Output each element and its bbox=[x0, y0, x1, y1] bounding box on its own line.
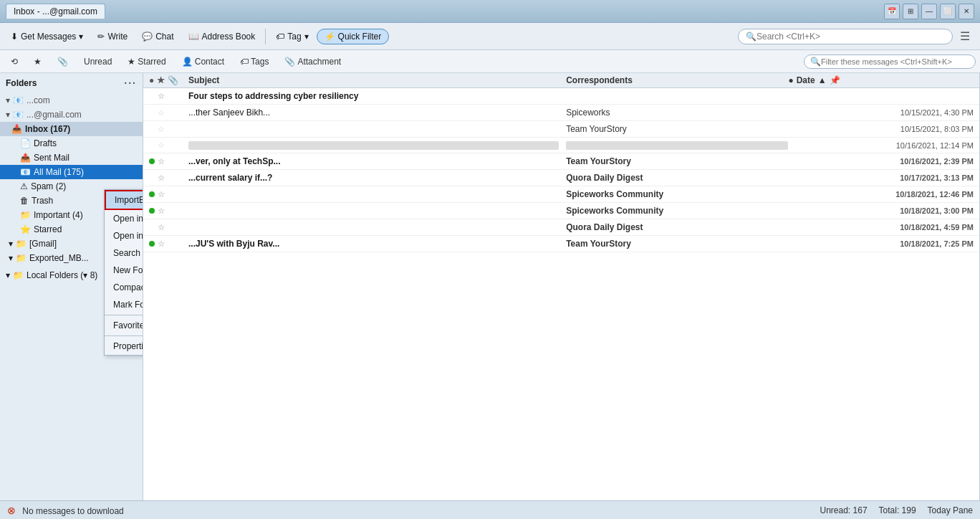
folder-sent[interactable]: 📤 Sent Mail bbox=[0, 151, 143, 165]
expand-icon-2: ▾ bbox=[9, 253, 13, 263]
message-date: 10/16/2021, 12:14 PM bbox=[788, 141, 974, 150]
star-indicator[interactable]: ☆ bbox=[158, 190, 165, 199]
account-row-1[interactable]: ▾ 📧 ...com bbox=[0, 93, 143, 108]
ctx-compact[interactable]: Compact bbox=[105, 279, 143, 296]
unread-filter-button[interactable]: Unread bbox=[77, 54, 118, 69]
table-row[interactable]: ☆ ...current salary if...? Quora Daily D… bbox=[143, 170, 979, 186]
menu-button[interactable]: ☰ bbox=[954, 27, 976, 46]
starred-filter-button[interactable]: ★ Starred bbox=[121, 54, 172, 69]
message-list-header: ● ★ 📎 Subject Correspondents ● Date ▲ 📌 bbox=[143, 73, 979, 88]
get-messages-button[interactable]: ⬇ Get Messages ▾ bbox=[4, 29, 90, 44]
star-indicator[interactable]: ☆ bbox=[158, 125, 165, 134]
star-indicator[interactable]: ☆ bbox=[158, 206, 165, 216]
tags-filter-button[interactable]: 🏷 Tags bbox=[234, 54, 275, 69]
ctx-new-folder[interactable]: New Folder... bbox=[105, 262, 143, 279]
table-row[interactable]: ☆ Spiceworks Community 10/18/2021, 12:46… bbox=[143, 186, 979, 203]
table-row[interactable]: ☆ Four steps to addressing cyber resilie… bbox=[143, 88, 979, 105]
filter-icon: ⚡ bbox=[325, 32, 335, 42]
folder-drafts[interactable]: 📄 Drafts bbox=[0, 136, 143, 151]
search-bar[interactable]: 🔍 bbox=[738, 29, 953, 44]
quick-filter-button[interactable]: ⚡ Quick Filter bbox=[317, 29, 390, 44]
today-pane-button[interactable]: Today Pane bbox=[928, 505, 973, 515]
folder-label-starred: Starred bbox=[34, 224, 62, 234]
folders-menu-button[interactable]: ··· bbox=[124, 77, 137, 89]
calendar-btn[interactable]: 📅 bbox=[884, 4, 900, 19]
star-indicator[interactable]: ☆ bbox=[158, 141, 165, 150]
table-row[interactable]: ☆ 10/16/2021, 12:14 PM bbox=[143, 138, 979, 153]
table-row[interactable]: ☆ ...ther Sanjeev Bikh... Spiceworks 10/… bbox=[143, 105, 979, 121]
folders-header: Folders ··· bbox=[0, 73, 143, 93]
address-book-button[interactable]: 📖 Address Book bbox=[182, 29, 262, 44]
folders-label: Folders bbox=[6, 78, 37, 88]
folder-allmail[interactable]: 📧 All Mail (175) bbox=[0, 165, 143, 179]
close-btn[interactable]: ✕ bbox=[959, 4, 974, 19]
message-date: 10/18/2021, 7:25 PM bbox=[788, 239, 974, 248]
chat-icon: 💬 bbox=[142, 32, 153, 42]
message-subject: Four steps to addressing cyber resilienc… bbox=[188, 91, 559, 101]
ctx-open-window[interactable]: Open in New Window bbox=[105, 227, 143, 244]
attach-filter-btn[interactable]: 📎 bbox=[51, 54, 75, 69]
main-layout: Folders ··· ▾ 📧 ...com ▾ 📧 ...@gmail.com… bbox=[0, 73, 980, 500]
write-button[interactable]: ✏ Write bbox=[91, 29, 134, 44]
table-row[interactable]: ☆ Quora Daily Digest 10/18/2021, 4:59 PM bbox=[143, 219, 979, 236]
trash-icon: 🗑 bbox=[20, 196, 29, 206]
star-indicator[interactable]: ☆ bbox=[158, 157, 165, 166]
title-bar-left: Inbox - ...@gmail.com bbox=[6, 4, 105, 19]
get-messages-icon: ⬇ bbox=[11, 32, 18, 42]
message-correspondent: Quora Daily Digest bbox=[566, 222, 788, 232]
maximize-btn[interactable]: ⬜ bbox=[940, 4, 956, 19]
star-indicator[interactable]: ☆ bbox=[158, 239, 165, 249]
account-icon-1: 📧 bbox=[13, 95, 24, 105]
contact-filter-button[interactable]: 👤 Contact bbox=[176, 54, 231, 69]
star-indicator[interactable]: ☆ bbox=[158, 92, 165, 101]
read-indicator bbox=[149, 224, 155, 230]
ctx-open-tab[interactable]: Open in New Tab bbox=[105, 210, 143, 227]
tag-arrow-icon: ▾ bbox=[304, 32, 309, 42]
read-indicator bbox=[149, 208, 155, 214]
table-row[interactable]: ☆ Team YourStory 10/15/2021, 8:03 PM bbox=[143, 121, 979, 138]
write-icon: ✏ bbox=[97, 32, 105, 42]
tag-button[interactable]: 🏷 Tag ▾ bbox=[269, 29, 314, 44]
sort-asc-icon: ▲ bbox=[818, 75, 827, 85]
message-date: 10/15/2021, 4:30 PM bbox=[788, 108, 974, 117]
col-corr-header[interactable]: Correspondents bbox=[566, 75, 788, 85]
gmail-icon: 📁 bbox=[16, 239, 27, 249]
attachment-filter-button[interactable]: 📎 Attachment bbox=[278, 54, 347, 69]
ctx-mark-read[interactable]: Mark Folder Read bbox=[105, 296, 143, 313]
folder-label-local: Local Folders (▾ 8) bbox=[27, 270, 97, 280]
table-row[interactable]: ☆ ...JU'S with Byju Rav... Team YourStor… bbox=[143, 236, 979, 252]
search-input[interactable] bbox=[756, 32, 945, 42]
star-indicator[interactable]: ☆ bbox=[158, 223, 165, 232]
folder-inbox[interactable]: 📥 Inbox (167) bbox=[0, 122, 143, 136]
folder-label-drafts: Drafts bbox=[34, 138, 57, 148]
table-row[interactable]: ☆ ...ver, only at TechSp... Team YourSto… bbox=[143, 153, 979, 170]
star-indicator[interactable]: ☆ bbox=[158, 173, 165, 183]
filter-search-input[interactable] bbox=[821, 57, 969, 66]
attachment-icon: 📎 bbox=[284, 57, 295, 67]
message-subject: ...ver, only at TechSp... bbox=[188, 156, 559, 166]
col-date-header[interactable]: ● Date ▲ 📌 bbox=[788, 75, 974, 85]
filter-search-bar[interactable]: 🔍 bbox=[804, 54, 976, 69]
star-filter-btn[interactable]: ★ bbox=[27, 54, 48, 69]
status-icon: ⊗ bbox=[7, 505, 16, 516]
ctx-search-messages[interactable]: Search Messages... bbox=[105, 244, 143, 262]
message-subject bbox=[188, 141, 559, 150]
star-indicator[interactable]: ☆ bbox=[158, 108, 165, 118]
ctx-sep-2 bbox=[105, 335, 143, 336]
ctx-favorite[interactable]: Favorite Folder bbox=[105, 317, 143, 334]
sort-pin-icon: 📌 bbox=[830, 75, 840, 85]
title-tab[interactable]: Inbox - ...@gmail.com bbox=[6, 4, 105, 19]
folder-label-exported: Exported_MB... bbox=[29, 253, 89, 263]
chat-button[interactable]: 💬 Chat bbox=[135, 29, 180, 44]
table-row[interactable]: ☆ Spiceworks Community 10/18/2021, 3:00 … bbox=[143, 203, 979, 219]
move-icon-btn[interactable]: ⟲ bbox=[4, 54, 24, 69]
ctx-properties[interactable]: Properties bbox=[105, 338, 143, 355]
read-indicator bbox=[149, 110, 155, 115]
import-export-submenu[interactable]: ImportExportTools NG ▶ bbox=[105, 190, 143, 210]
col-subject-header[interactable]: Subject bbox=[188, 75, 559, 85]
address-book-icon: 📖 bbox=[188, 32, 199, 42]
layout-btn[interactable]: ⊞ bbox=[903, 4, 918, 19]
dropdown-arrow-icon: ▾ bbox=[79, 32, 83, 42]
minimize-btn[interactable]: — bbox=[921, 4, 937, 19]
account-row-2[interactable]: ▾ 📧 ...@gmail.com bbox=[0, 108, 143, 122]
